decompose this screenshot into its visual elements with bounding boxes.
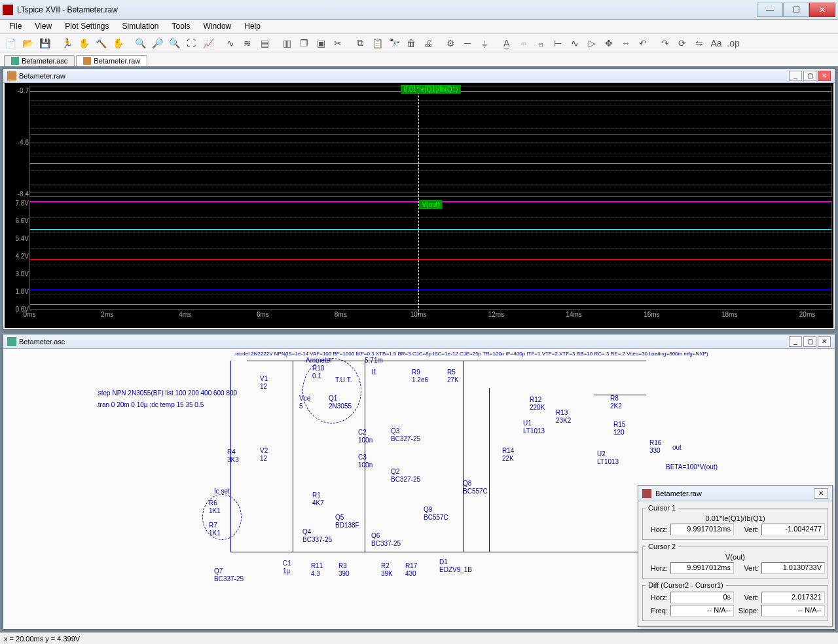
component-R17[interactable]: R17430 [405, 562, 417, 578]
menu-file[interactable]: File [3, 20, 28, 33]
pan-icon[interactable]: ✋ [110, 36, 126, 50]
component-Q6[interactable]: Q6BC337-25 [371, 532, 401, 548]
component-Q5[interactable]: Q5BD138F [335, 514, 359, 529]
menu-tools[interactable]: Tools [166, 20, 197, 33]
close-all-icon[interactable]: ▣ [313, 36, 329, 50]
save-icon[interactable]: 💾 [37, 36, 52, 50]
find-icon[interactable]: 🔭 [386, 36, 402, 50]
wire-icon[interactable]: ─ [460, 36, 475, 50]
component-C3[interactable]: C3100n [358, 454, 373, 469]
cursor1-horz[interactable]: 9.9917012ms [670, 524, 734, 535]
menu-plot-settings[interactable]: Plot Settings [58, 20, 115, 33]
menu-simulation[interactable]: Simulation [116, 20, 166, 33]
component-I1[interactable]: I1 [371, 368, 376, 376]
cursor-dialog-titlebar[interactable]: Betameter.raw ✕ [638, 486, 832, 501]
menu-help[interactable]: Help [238, 20, 267, 33]
component-Q4[interactable]: Q4BC337-25 [302, 528, 332, 544]
component-R11[interactable]: R114.3 [311, 562, 323, 578]
trace-label-2[interactable]: V(out) [419, 200, 442, 209]
cursor2-horz[interactable]: 9.9917012ms [670, 562, 734, 574]
open-icon[interactable]: 📂 [20, 36, 35, 50]
component-R2[interactable]: R239K [381, 562, 393, 578]
component-R1[interactable]: R14K7 [312, 492, 324, 507]
paste-icon[interactable]: 📋 [369, 36, 385, 50]
tile-h-icon[interactable]: ▤ [257, 36, 272, 50]
cursor1-vert[interactable]: -1.0042477 [761, 524, 825, 535]
label-icon[interactable]: A̲ [499, 36, 515, 50]
component-R5[interactable]: R527K [447, 368, 459, 384]
component-U1[interactable]: U1LT1013 [523, 420, 545, 435]
autorange-icon[interactable]: 📈 [200, 36, 216, 50]
waveform-canvas[interactable]: 0.01*Ie(Q1)/Ib(Q1)-0.7-4.6-8.4V(out)7.8V… [5, 83, 833, 328]
component-R4[interactable]: R43K3 [227, 448, 239, 464]
cursor2-vert[interactable]: 1.0130733V [761, 562, 825, 574]
schem-max-button[interactable]: ▢ [803, 336, 816, 347]
schem-close-button[interactable]: ✕ [818, 336, 831, 347]
wave-max-button[interactable]: ▢ [803, 71, 816, 81]
rotate-icon[interactable]: ⟳ [674, 36, 690, 50]
setup-icon[interactable]: ⚙ [443, 36, 458, 50]
component-R15[interactable]: R15120 [613, 421, 625, 437]
undo-icon[interactable]: ↶ [635, 36, 651, 50]
redo-icon[interactable]: ↷ [657, 36, 673, 50]
wave-close-button[interactable]: ✕ [818, 71, 831, 81]
trace-line[interactable] [30, 134, 831, 135]
zoom-area-icon[interactable]: 🔍 [132, 36, 148, 50]
trace-line[interactable] [30, 304, 831, 305]
probe-icon[interactable]: 🔨 [93, 36, 109, 50]
cursor-dialog[interactable]: Betameter.raw ✕ Cursor 1 0.01*Ie(Q1)/Ib(… [638, 485, 833, 627]
cap-icon[interactable]: ⊢ [550, 36, 566, 50]
schematic-window-titlebar[interactable]: Betameter.asc _ ▢ ✕ [3, 334, 835, 349]
cascade-icon[interactable]: ❐ [296, 36, 312, 50]
trace-line[interactable] [30, 105, 831, 106]
cut-icon[interactable]: ✂ [330, 36, 346, 50]
halt-icon[interactable]: ✋ [76, 36, 92, 50]
trace-line[interactable] [30, 259, 831, 260]
run-icon[interactable]: 🏃 [59, 36, 75, 50]
component-C2[interactable]: C2100n [358, 429, 373, 444]
trace-line[interactable] [30, 289, 831, 290]
component-R8[interactable]: R82K2 [610, 395, 622, 410]
zoom-in-icon[interactable]: 🔎 [149, 36, 165, 50]
component-R16[interactable]: R16330 [649, 439, 661, 455]
move-icon[interactable]: ✥ [601, 36, 617, 50]
tab-waveform[interactable]: Betameter.raw [76, 55, 147, 66]
component-D1[interactable]: D1EDZV9_1B [439, 558, 472, 574]
component-R14[interactable]: R1422K [502, 447, 514, 463]
menu-window[interactable]: Window [197, 20, 238, 33]
text-icon[interactable]: Aa [708, 36, 724, 50]
component-Q3[interactable]: Q3BC327-25 [391, 427, 420, 443]
tab-schematic[interactable]: Betameter.asc [4, 55, 75, 66]
waveform-window-titlebar[interactable]: Betameter.raw _ ▢ ✕ [3, 69, 835, 83]
zoom-out-icon[interactable]: 🔍 [166, 36, 182, 50]
trace-line[interactable] [30, 229, 831, 230]
fft-icon[interactable]: ≋ [240, 36, 255, 50]
trace-line[interactable] [30, 192, 831, 192]
maximize-button[interactable]: ☐ [783, 3, 809, 17]
schem-min-button[interactable]: _ [789, 336, 802, 347]
trace-label-1[interactable]: 0.01*Ie(Q1)/Ib(Q1) [401, 85, 461, 94]
close-button[interactable]: ✕ [809, 3, 835, 17]
new-schematic-icon[interactable]: 📄 [3, 36, 18, 50]
net-icon[interactable]: ⎓ [516, 36, 532, 50]
delete-icon[interactable]: 🗑 [403, 36, 419, 50]
minimize-button[interactable]: — [757, 3, 783, 17]
menu-view[interactable]: View [28, 20, 58, 33]
component-Q7[interactable]: Q7BC337-25 [214, 567, 244, 583]
diode-icon[interactable]: ▷ [584, 36, 600, 50]
print-icon[interactable]: 🖨 [420, 36, 436, 50]
diff-horz[interactable]: 0s [670, 592, 734, 603]
copy-icon[interactable]: ⧉ [352, 36, 368, 50]
cursor-dialog-close[interactable]: ✕ [814, 488, 828, 499]
trace-line[interactable] [30, 163, 831, 164]
component-U2[interactable]: U2LT1013 [597, 450, 619, 466]
component-R13[interactable]: R1323K2 [556, 409, 571, 425]
component-C1[interactable]: C11µ [283, 560, 291, 575]
component-R3[interactable]: R3390 [338, 562, 350, 578]
diff-vert[interactable]: 2.017321 [761, 592, 825, 603]
tile-v-icon[interactable]: ▥ [279, 36, 295, 50]
component-Q2[interactable]: Q2BC327-25 [391, 468, 420, 484]
component-R9[interactable]: R91.2e6 [412, 368, 428, 384]
gnd-icon[interactable]: ⏚ [477, 36, 492, 50]
spice-icon[interactable]: .op [725, 36, 741, 50]
